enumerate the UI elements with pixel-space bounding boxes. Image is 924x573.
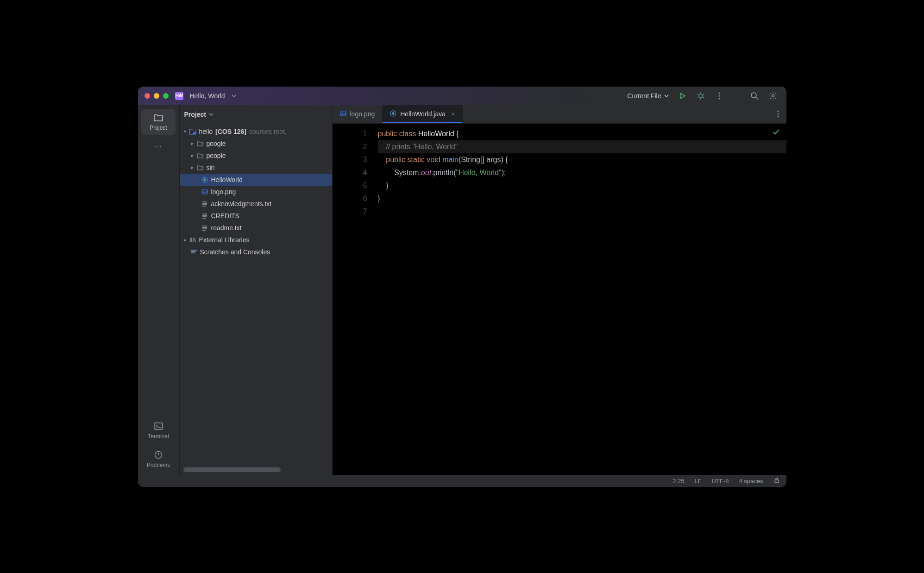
tool-problems-label: Problems — [147, 462, 170, 468]
tool-strip: Project ⋯ Terminal Problems — [138, 105, 180, 475]
tree-file-text[interactable]: readme.txt — [180, 222, 332, 234]
status-cursor[interactable]: 2:25 — [673, 478, 684, 485]
project-tree: ▾ hello [COS 126] sources root, ▸ google… — [180, 124, 332, 466]
tool-project[interactable]: Project — [141, 109, 176, 135]
status-bar: 2:25 LF UTF-8 4 spaces — [138, 475, 786, 487]
horizontal-scrollbar[interactable] — [183, 467, 281, 472]
more-actions-icon[interactable] — [714, 91, 724, 101]
tree-item-label: people — [207, 152, 226, 159]
tree-item-label: readme.txt — [211, 224, 242, 232]
tree-folder[interactable]: ▸ google — [180, 138, 332, 150]
tree-external-libraries[interactable]: ▸ External Libraries — [180, 234, 332, 246]
module-folder-icon — [189, 128, 196, 135]
tree-root-name: hello — [199, 128, 213, 135]
java-class-icon — [201, 176, 208, 183]
line-number: 1 — [333, 127, 367, 140]
tree-item-label: acknowledgments.txt — [211, 200, 272, 208]
tree-root[interactable]: ▾ hello [COS 126] sources root, — [180, 126, 332, 138]
folder-icon — [153, 113, 163, 123]
tab-helloworld[interactable]: HelloWorld.java × — [383, 105, 463, 123]
code-area[interactable]: public class HelloWorld { // prints "Hel… — [374, 124, 786, 475]
svg-point-15 — [195, 249, 196, 251]
line-number: 3 — [333, 153, 367, 166]
tabs-menu-icon[interactable] — [770, 105, 786, 123]
line-number: 2 — [333, 140, 367, 153]
svg-point-5 — [772, 94, 774, 97]
svg-point-10 — [201, 156, 203, 158]
tree-file-image[interactable]: logo.png — [180, 186, 332, 198]
project-panel-title: Project — [184, 111, 206, 118]
chevron-down-icon — [209, 111, 214, 118]
svg-point-4 — [751, 93, 756, 98]
more-tools-icon[interactable]: ⋯ — [154, 141, 163, 151]
editor-area: logo.png HelloWorld.java × 1 2 3 4 — [333, 105, 786, 475]
svg-point-3 — [718, 98, 720, 99]
tree-scratches[interactable]: Scratches and Consoles — [180, 246, 332, 258]
scratch-icon — [190, 248, 197, 256]
project-panel-header[interactable]: Project — [180, 105, 332, 124]
readonly-lock-icon[interactable] — [773, 477, 780, 485]
terminal-icon — [153, 421, 163, 431]
svg-point-20 — [777, 113, 779, 115]
editor[interactable]: 1 2 3 4 5 6 7 public class HelloWorld { … — [333, 124, 786, 475]
close-tab-icon[interactable]: × — [451, 110, 455, 118]
text-file-icon — [201, 212, 208, 220]
svg-point-14 — [203, 190, 204, 191]
line-number: 5 — [333, 179, 367, 192]
tree-item-label: Scratches and Consoles — [200, 248, 270, 256]
svg-point-11 — [201, 168, 203, 170]
search-icon[interactable] — [749, 91, 760, 101]
text-file-icon — [201, 200, 208, 208]
close-window-button[interactable] — [145, 93, 150, 99]
project-panel: Project ▾ hello [COS 126] sources root, … — [180, 105, 333, 475]
svg-point-21 — [777, 116, 779, 118]
project-icon: HW — [175, 92, 183, 100]
ide-window: HW Hello, World Current File — [138, 87, 786, 487]
tree-item-label: google — [207, 140, 226, 147]
tool-terminal[interactable]: Terminal — [141, 417, 176, 443]
svg-point-1 — [718, 92, 720, 94]
tree-item-label: logo.png — [211, 188, 236, 195]
tool-problems[interactable]: Problems — [141, 446, 176, 472]
status-indent[interactable]: 4 spaces — [739, 478, 763, 485]
tree-root-annotation: sources root, — [249, 128, 287, 135]
tree-item-label: CREDITS — [211, 212, 239, 220]
editor-tabs: logo.png HelloWorld.java × — [333, 105, 786, 124]
tree-folder[interactable]: ▸ siri — [180, 162, 332, 174]
chevron-down-icon[interactable] — [232, 92, 236, 100]
svg-rect-6 — [154, 423, 163, 429]
chevron-right-icon: ▸ — [190, 165, 195, 170]
tab-label: logo.png — [350, 110, 375, 118]
zoom-window-button[interactable] — [163, 93, 169, 99]
svg-point-17 — [341, 112, 342, 113]
package-icon — [196, 152, 204, 159]
chevron-down-icon: ▾ — [182, 129, 188, 134]
line-number: 7 — [333, 205, 367, 218]
project-title[interactable]: Hello, World — [190, 92, 225, 100]
settings-icon[interactable] — [768, 91, 778, 101]
tree-item-label: siri — [207, 164, 215, 171]
chevron-right-icon: ▸ — [190, 141, 195, 146]
library-icon — [189, 236, 196, 244]
tree-file-java[interactable]: HelloWorld — [180, 174, 332, 186]
package-icon — [196, 140, 204, 147]
run-config-label: Current File — [627, 92, 661, 100]
tree-item-label: External Libraries — [199, 236, 250, 244]
tree-file-text[interactable]: CREDITS — [180, 210, 332, 222]
svg-rect-22 — [775, 480, 779, 483]
tree-file-text[interactable]: acknowledgments.txt — [180, 198, 332, 210]
run-config-selector[interactable]: Current File — [627, 92, 668, 100]
debug-button[interactable] — [696, 91, 706, 101]
package-icon — [196, 164, 204, 171]
tab-logo[interactable]: logo.png — [333, 105, 383, 123]
tree-folder[interactable]: ▸ people — [180, 150, 332, 162]
minimize-window-button[interactable] — [154, 93, 159, 99]
gutter: 1 2 3 4 5 6 7 — [333, 124, 374, 475]
line-number: 6 — [333, 192, 367, 205]
run-button[interactable] — [677, 91, 687, 101]
tool-project-label: Project — [150, 125, 167, 131]
svg-rect-8 — [193, 132, 195, 134]
status-line-separator[interactable]: LF — [694, 478, 701, 485]
status-encoding[interactable]: UTF-8 — [712, 478, 729, 485]
inspection-ok-icon[interactable] — [773, 128, 780, 138]
